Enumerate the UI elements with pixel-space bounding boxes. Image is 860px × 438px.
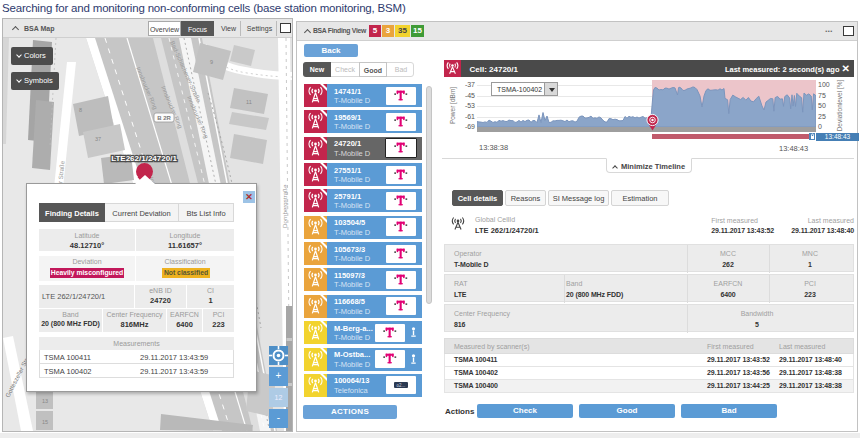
svg-text:LTE262/1/24720/1: LTE262/1/24720/1 [111,154,177,163]
svg-text:37: 37 [95,136,101,142]
svg-text:13: 13 [42,398,48,404]
svg-text:Dornbergstraße: Dornbergstraße [281,184,288,228]
svg-text:9: 9 [210,59,213,65]
svg-text:11: 11 [246,99,252,105]
svg-text:8: 8 [79,107,82,113]
svg-text:o2...: o2... [397,383,406,388]
svg-text:15: 15 [42,419,48,425]
svg-text:B 2R: B 2R [157,115,171,121]
